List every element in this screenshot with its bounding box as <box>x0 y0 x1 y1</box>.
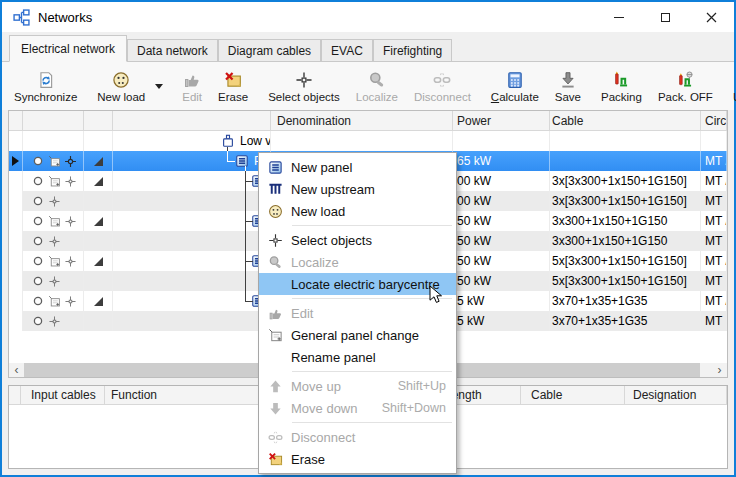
row-expand-cell[interactable] <box>84 211 113 231</box>
menu-item-locate-electric-barycentre[interactable]: Locate electric barycentre <box>259 273 456 295</box>
header-denomination[interactable]: Denomination <box>271 111 453 131</box>
disconnect-icon <box>259 430 291 445</box>
calculate-icon <box>506 71 524 89</box>
circuit-cell: MT / <box>701 211 727 231</box>
cable-cell: 5x[3x300+1x150+1G150] <box>550 251 701 271</box>
select-objects-button[interactable]: Select objects <box>260 62 348 110</box>
tree-connector <box>245 231 246 251</box>
panel-change-icon <box>48 155 61 168</box>
panel-change-icon <box>48 215 61 228</box>
row-expand-cell[interactable] <box>84 291 113 311</box>
panel-icon <box>259 160 291 175</box>
header-tree <box>113 111 271 131</box>
maximize-button[interactable] <box>642 2 688 32</box>
status-circle-icon <box>32 275 44 287</box>
circuit-cell: MT / <box>701 171 727 191</box>
new-load-dropdown[interactable] <box>153 62 170 110</box>
scroll-right-arrow-icon[interactable]: › <box>712 363 727 377</box>
menu-item-disconnect[interactable]: Disconnect <box>259 426 456 448</box>
localize-button[interactable]: Localize <box>348 62 406 110</box>
crosshair-icon <box>48 235 61 248</box>
utilities-button[interactable]: Utilities <box>725 62 736 110</box>
packing-button[interactable]: Packing <box>593 62 650 110</box>
tree-connector <box>245 221 253 222</box>
row-expand-cell[interactable] <box>84 151 113 171</box>
tab-label: Data network <box>137 44 208 58</box>
tab-evac[interactable]: EVAC <box>321 39 373 61</box>
tab-electrical-network[interactable]: Electrical network <box>9 35 127 62</box>
crosshair-icon <box>48 315 61 328</box>
scroll-left-arrow-icon[interactable]: ‹ <box>9 363 24 377</box>
erase-icon <box>224 71 242 89</box>
tree-cell: CAB.3 <box>113 251 271 271</box>
row-marker-cell <box>9 171 23 191</box>
menu-item-localize[interactable]: Localize <box>259 251 456 273</box>
header-designation[interactable]: Designation <box>625 386 727 404</box>
status-circle-icon <box>32 155 44 167</box>
menu-item-select-objects[interactable]: Select objects <box>259 229 456 251</box>
row-icons-cell <box>23 211 84 231</box>
row-marker-cell <box>9 271 23 291</box>
menu-item-new-upstream[interactable]: New upstream <box>259 178 456 200</box>
tab-data-network[interactable]: Data network <box>127 39 218 61</box>
button-label: Save <box>555 91 581 103</box>
menu-item-edit[interactable]: Edit <box>259 302 456 324</box>
scrollbar-track[interactable] <box>700 363 712 377</box>
edit-button[interactable]: Edit <box>174 62 210 110</box>
power-cell: 00 kW <box>453 171 550 191</box>
arrow-up-icon <box>259 379 291 394</box>
current-row-icon <box>12 156 19 166</box>
row-marker-cell <box>9 251 23 271</box>
header-input-cables[interactable]: Input cables <box>21 386 105 404</box>
crosshair-icon <box>64 215 77 228</box>
mouse-cursor <box>429 285 443 305</box>
save-button[interactable]: Save <box>547 62 589 110</box>
row-expand-cell <box>84 131 113 151</box>
header-circuit[interactable]: Circuit <box>701 111 727 131</box>
header-power[interactable]: Power <box>453 111 550 131</box>
menu-item-label: Disconnect <box>291 430 355 445</box>
button-label: Calculate <box>491 91 539 103</box>
header-expand <box>84 111 113 131</box>
crosshair-icon <box>64 295 77 308</box>
menu-item-move-up[interactable]: Move up Shift+Up <box>259 375 456 397</box>
button-label: Erase <box>218 91 248 103</box>
window-title: Networks <box>38 10 92 25</box>
minimize-button[interactable] <box>596 2 642 32</box>
calculate-button[interactable]: Calculate <box>483 62 547 110</box>
close-button[interactable] <box>688 2 734 32</box>
edit-icon <box>183 71 201 89</box>
tree-connector <box>227 161 235 162</box>
menu-item-shortcut: Shift+Up <box>398 379 456 393</box>
row-expand-cell[interactable] <box>84 251 113 271</box>
menu-item-new-panel[interactable]: New panel <box>259 156 456 178</box>
localize-icon <box>368 71 386 89</box>
erase-button[interactable]: Erase <box>210 62 256 110</box>
new-load-button[interactable]: New load <box>89 62 153 110</box>
tab-firefighting[interactable]: Firefighting <box>373 39 452 61</box>
button-label: Synchronize <box>14 91 77 103</box>
localize-icon <box>259 255 291 270</box>
circuit-cell: MT <box>701 271 727 291</box>
row-expand-cell[interactable] <box>84 171 113 191</box>
tab-diagram-cables[interactable]: Diagram cables <box>218 39 321 61</box>
crosshair-icon <box>64 175 77 188</box>
disconnect-button[interactable]: Disconnect <box>406 62 479 110</box>
synchronize-button[interactable]: Synchronize <box>6 62 85 110</box>
tab-label: Firefighting <box>383 44 442 58</box>
menu-item-new-load[interactable]: New load <box>259 200 456 222</box>
table-row-low-voltage[interactable]: Low voltage <box>9 131 727 151</box>
menu-item-erase[interactable]: Erase <box>259 448 456 470</box>
packing-off-button[interactable]: Pack. OFF <box>650 62 721 110</box>
status-circle-icon <box>32 235 44 247</box>
menu-item-move-down[interactable]: Move down Shift+Down <box>259 397 456 419</box>
header-cable[interactable]: Cable <box>550 111 701 131</box>
row-expand-cell <box>84 311 113 331</box>
menu-item-general-panel-change[interactable]: General panel change <box>259 324 456 346</box>
header-cable[interactable]: Cable <box>521 386 625 404</box>
menu-item-label: New upstream <box>291 182 375 197</box>
row-marker-cell <box>9 211 23 231</box>
panel-change-icon <box>48 295 61 308</box>
menu-item-rename-panel[interactable]: Rename panel <box>259 346 456 368</box>
status-circle-icon <box>32 195 44 207</box>
